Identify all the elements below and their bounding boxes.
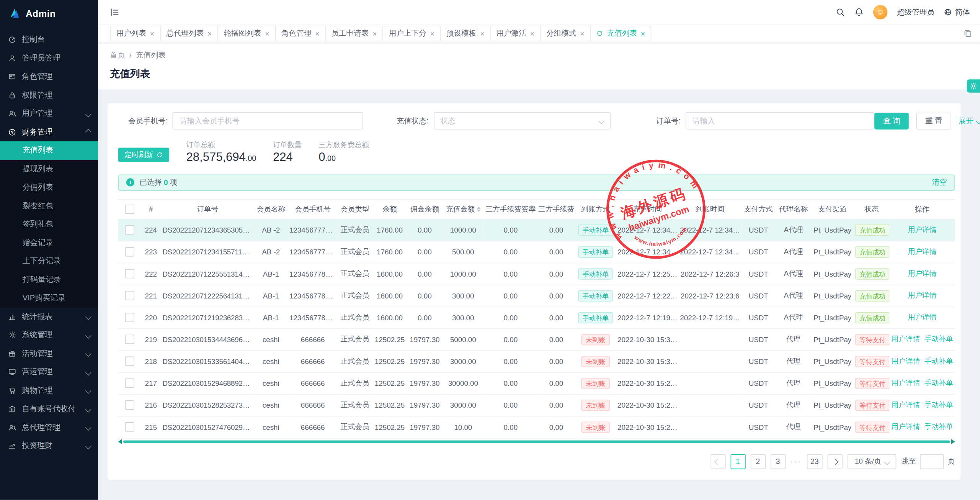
tab-close-icon[interactable]: × bbox=[641, 30, 645, 38]
row-checkbox[interactable] bbox=[125, 357, 134, 366]
sidebar-subitem-vip-purchase-record[interactable]: VIP购买记录 bbox=[0, 289, 98, 307]
sort-icon[interactable] bbox=[477, 207, 480, 212]
user-detail-link[interactable]: 用户详情 bbox=[908, 313, 936, 322]
tab-user-up-down[interactable]: 用户上下分× bbox=[382, 26, 441, 41]
tab-carousel-list[interactable]: 轮播图列表× bbox=[217, 26, 276, 41]
sidebar-item-user-management[interactable]: 用户管理 bbox=[0, 105, 98, 123]
row-checkbox[interactable] bbox=[125, 269, 134, 279]
user-detail-link[interactable]: 用户详情 bbox=[891, 401, 920, 410]
sidebar-item-finance-management[interactable]: 财务管理 bbox=[0, 123, 98, 141]
recharge-status-select[interactable]: 状态 bbox=[434, 112, 611, 130]
sidebar-item-investment[interactable]: 投资理财 bbox=[0, 437, 98, 455]
sidebar-item-dashboard[interactable]: 控制台 bbox=[0, 31, 98, 49]
user-detail-link[interactable]: 用户详情 bbox=[891, 335, 920, 344]
row-checkbox[interactable] bbox=[125, 423, 134, 432]
sidebar-item-operation-management[interactable]: 营运管理 bbox=[0, 363, 98, 381]
copy-icon[interactable] bbox=[963, 29, 972, 38]
page-number-button[interactable]: 23 bbox=[807, 454, 822, 469]
page-number-button[interactable]: 2 bbox=[750, 454, 765, 469]
sidebar-item-statistics-report[interactable]: 统计报表 bbox=[0, 307, 98, 326]
tab-recharge-list[interactable]: 充值列表× bbox=[590, 26, 651, 41]
scroll-left-icon[interactable] bbox=[118, 439, 122, 444]
tab-general-agent-list[interactable]: 总代理列表× bbox=[160, 26, 218, 41]
tab-preset-template[interactable]: 预设模板× bbox=[440, 26, 491, 41]
page-size-select[interactable]: 10 条/页 bbox=[848, 454, 896, 469]
sidebar-item-activity-management[interactable]: 活动管理 bbox=[0, 344, 98, 363]
avatar[interactable]: ☺ bbox=[873, 5, 888, 19]
tab-close-icon[interactable]: × bbox=[265, 30, 269, 38]
sidebar-subitem-fission-red-packet[interactable]: 裂变红包 bbox=[0, 197, 98, 215]
search-button[interactable]: 查 询 bbox=[874, 112, 909, 129]
manual-supplement-link[interactable]: 手动补单 bbox=[924, 401, 953, 410]
sidebar-item-system-management[interactable]: 系统管理 bbox=[0, 326, 98, 344]
sidebar-item-general-agent-management[interactable]: 总代理管理 bbox=[0, 418, 98, 436]
sidebar-subitem-wager-record[interactable]: 打码量记录 bbox=[0, 270, 98, 289]
menu-fold-icon[interactable] bbox=[110, 7, 119, 16]
user-detail-link[interactable]: 用户详情 bbox=[891, 357, 920, 366]
sidebar-subitem-check-in-gift[interactable]: 签到礼包 bbox=[0, 215, 98, 234]
reset-button[interactable]: 重 置 bbox=[916, 112, 951, 129]
row-checkbox[interactable] bbox=[125, 225, 134, 234]
tab-close-icon[interactable]: × bbox=[430, 30, 434, 38]
auto-refresh-button[interactable]: 定时刷新 bbox=[118, 148, 170, 162]
pagination-ellipsis[interactable]: ··· bbox=[791, 457, 802, 466]
user-detail-link[interactable]: 用户详情 bbox=[908, 225, 936, 234]
row-checkbox[interactable] bbox=[125, 291, 134, 300]
sidebar-subitem-withdrawal-list[interactable]: 提现列表 bbox=[0, 160, 98, 178]
tab-close-icon[interactable]: × bbox=[315, 30, 319, 38]
sidebar-item-own-account-payment[interactable]: 自有账号代收付 bbox=[0, 400, 98, 418]
scrollbar-track[interactable] bbox=[123, 441, 950, 443]
sidebar-subitem-recharge-list[interactable]: 充值列表 bbox=[0, 141, 98, 160]
manual-supplement-link[interactable]: 手动补单 bbox=[924, 379, 953, 388]
user-detail-link[interactable]: 用户详情 bbox=[908, 291, 936, 300]
prev-page-button[interactable] bbox=[710, 454, 725, 469]
manual-supplement-link[interactable]: 手动补单 bbox=[924, 357, 953, 366]
language-switcher[interactable]: 简体 bbox=[944, 7, 970, 17]
breadcrumb-home[interactable]: 首页 bbox=[110, 50, 125, 61]
tab-close-icon[interactable]: × bbox=[480, 30, 484, 38]
sidebar-item-role-management[interactable]: 角色管理 bbox=[0, 67, 98, 86]
sidebar-item-shopping-management[interactable]: 购物管理 bbox=[0, 381, 98, 400]
sidebar-subitem-bonus-record[interactable]: 赠金记录 bbox=[0, 234, 98, 252]
tab-group-mode[interactable]: 分组模式× bbox=[540, 26, 591, 41]
user-detail-link[interactable]: 用户详情 bbox=[891, 379, 920, 388]
page-number-button[interactable]: 1 bbox=[730, 454, 745, 469]
member-phone-input[interactable] bbox=[173, 112, 363, 130]
notification-bell-icon[interactable] bbox=[854, 7, 864, 16]
user-detail-link[interactable]: 用户详情 bbox=[891, 423, 920, 432]
search-icon[interactable] bbox=[836, 7, 845, 16]
jump-page-input[interactable] bbox=[920, 454, 944, 469]
row-checkbox[interactable] bbox=[125, 401, 134, 410]
horizontal-scrollbar[interactable] bbox=[118, 440, 955, 444]
row-checkbox[interactable] bbox=[125, 248, 134, 257]
tab-close-icon[interactable]: × bbox=[530, 30, 534, 38]
tab-close-icon[interactable]: × bbox=[372, 30, 377, 38]
scroll-right-icon[interactable] bbox=[951, 439, 955, 444]
row-checkbox[interactable] bbox=[125, 335, 134, 344]
tab-staff-application[interactable]: 员工申请表× bbox=[325, 26, 383, 41]
manual-supplement-link[interactable]: 手动补单 bbox=[924, 335, 953, 344]
row-checkbox[interactable] bbox=[125, 313, 134, 322]
user-detail-link[interactable]: 用户详情 bbox=[908, 248, 936, 257]
page-number-button[interactable]: 3 bbox=[770, 454, 785, 469]
tab-close-icon[interactable]: × bbox=[150, 30, 154, 38]
next-page-button[interactable] bbox=[828, 454, 843, 469]
sidebar-subitem-commission-list[interactable]: 分佣列表 bbox=[0, 178, 98, 197]
tab-close-icon[interactable]: × bbox=[207, 30, 212, 38]
tab-user-activation[interactable]: 用户激活× bbox=[490, 26, 541, 41]
settings-fab[interactable] bbox=[967, 79, 980, 92]
user-detail-link[interactable]: 用户详情 bbox=[908, 269, 936, 279]
expand-toggle[interactable]: 展开 bbox=[959, 115, 980, 126]
order-number-input[interactable] bbox=[686, 112, 874, 130]
sidebar-subitem-up-down-record[interactable]: 上下分记录 bbox=[0, 252, 98, 270]
logo[interactable]: Admin bbox=[0, 0, 98, 26]
tab-user-list[interactable]: 用户列表× bbox=[110, 26, 160, 41]
sidebar-item-permission-management[interactable]: 权限管理 bbox=[0, 86, 98, 104]
column-header-recharge_amount[interactable]: 充值金额 bbox=[443, 199, 484, 219]
row-checkbox[interactable] bbox=[125, 379, 134, 388]
select-all-checkbox[interactable] bbox=[125, 205, 134, 214]
tab-role-management[interactable]: 角色管理× bbox=[275, 26, 325, 41]
clear-selection-link[interactable]: 清空 bbox=[932, 177, 947, 188]
manual-supplement-link[interactable]: 手动补单 bbox=[924, 423, 953, 432]
tab-close-icon[interactable]: × bbox=[580, 30, 584, 38]
